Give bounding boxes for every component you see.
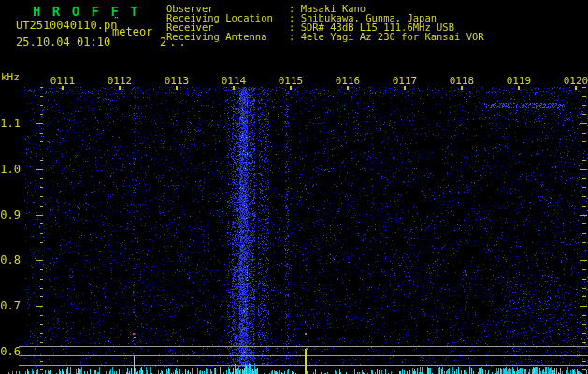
time-tick-label: 0113	[158, 75, 195, 87]
time-tick-label: 0118	[443, 75, 480, 87]
app-title: H R O F F T	[33, 4, 140, 19]
freq-tick-label: 0.7	[0, 299, 21, 312]
time-tick-label: 0116	[329, 75, 366, 87]
time-tick-label: 0112	[101, 75, 138, 87]
capture-filename: UT2510040110.pn	[16, 19, 117, 32]
time-tick-label: 0120	[557, 75, 588, 87]
time-tick-label: 0114	[215, 75, 252, 87]
freq-tick-label: 0.8	[0, 253, 21, 266]
freq-axis-unit: kHz	[1, 71, 20, 83]
freq-tick-label: 1.1	[0, 117, 21, 130]
hrofft-window: H R O F F T UT2510040110.pn ¨ meteor 25.…	[0, 0, 588, 374]
station-info-row: Receiving Antenna: 4ele Yagi Az 230 for …	[166, 32, 484, 41]
info-label: Receiving Antenna	[166, 32, 289, 41]
freq-tick-label: 1.0	[0, 163, 21, 176]
time-tick-label: 0117	[386, 75, 423, 87]
time-tick-label: 0111	[44, 75, 81, 87]
freq-tick-label: 0.6	[0, 345, 21, 358]
time-tick-label: 0119	[500, 75, 538, 87]
info-value: 4ele Yagi Az 230 for Kansai VOR	[301, 31, 484, 42]
freq-tick-label: 0.9	[0, 209, 21, 222]
datetime-label: 25.10.04 01:10	[16, 36, 110, 49]
time-tick-label: 0115	[272, 75, 309, 87]
station-info-block: Observer: Masaki KanoReceiving Location:…	[166, 4, 484, 41]
info-separator: :	[289, 31, 301, 42]
spectrogram-canvas	[0, 0, 588, 374]
mode-label: meteor	[112, 25, 152, 38]
